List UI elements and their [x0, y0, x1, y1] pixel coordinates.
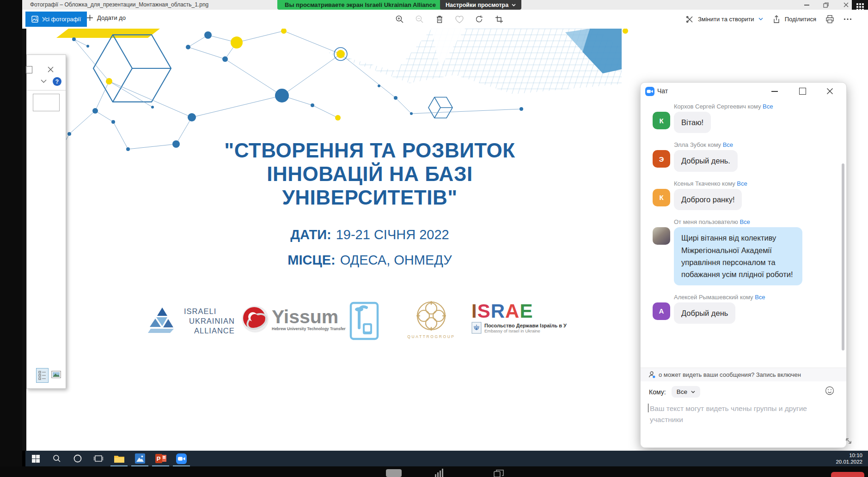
user-photo-avatar [653, 227, 670, 245]
screen-share-banner: Вы просматриваете экран Israeli Ukrainia… [277, 0, 443, 10]
zoom-icon [176, 453, 187, 464]
thumbnail-view-icon [51, 371, 61, 378]
start-button[interactable] [25, 451, 46, 466]
message-to-link[interactable]: Все [755, 294, 765, 301]
message-bubble: Добрый день [674, 302, 735, 324]
photos-app-button[interactable] [129, 451, 150, 466]
message-author: Ксенья Ткаченко [674, 180, 720, 187]
message-author: Элла Зубок [674, 141, 706, 148]
edit-create-button[interactable]: Змінити та створити [685, 15, 763, 24]
minimize-button[interactable] [799, 0, 814, 10]
more-button[interactable] [844, 18, 852, 20]
iua-triangle-icon [147, 307, 177, 334]
view-settings-button[interactable]: Настройки просмотра [440, 0, 521, 10]
message-input[interactable]: Ваш текст могут видеть члены группы и др… [649, 403, 813, 425]
task-view-icon [94, 455, 103, 462]
desktop-left-edge [0, 0, 22, 466]
share-button[interactable]: Поділитися [772, 15, 816, 24]
zoom-chat-window: Чат Корхов Сергей Сергеевич кому Все К В… [640, 82, 847, 448]
logo-israel-embassy: ISRAE Посольство Держави Ізраїль в У Emb… [471, 302, 567, 334]
background-dialog-panel: ? [26, 54, 66, 389]
logo-israeli-ukrainian-alliance: ISRAELI UKRAINIAN ALLIANCE [147, 307, 235, 336]
chat-header: Чат [641, 83, 846, 100]
search-icon [53, 454, 61, 463]
clock-date: 20.01.2022 [836, 459, 862, 465]
recipient-row: Кому: Все [649, 386, 700, 398]
yissum-icon [240, 304, 270, 334]
message-bubble: Доброго ранку! [674, 189, 742, 210]
zoom-in-button[interactable] [390, 11, 410, 28]
avatar: Э [653, 150, 670, 168]
iua-line1: ISRAELI [184, 307, 235, 316]
dialog-close-button[interactable] [47, 66, 54, 73]
dialog-chevron-down-icon[interactable] [41, 79, 47, 83]
photos-app-icon [135, 453, 145, 464]
who-can-see-icon [648, 371, 656, 379]
more-icon [844, 18, 852, 20]
chat-scrollbar[interactable] [842, 163, 844, 350]
task-view-button[interactable] [88, 451, 109, 466]
slide-place: МІСЦЕ:ОДЕСА, ОНМЕДУ [222, 253, 518, 268]
powerpoint-icon: P [155, 454, 162, 463]
taskbar-clock[interactable]: 10:10 20.01.2022 [836, 452, 862, 465]
chat-minimize-button[interactable] [771, 91, 778, 92]
message-bubble: Щирі вітання від колективу Міжрегіональн… [674, 227, 802, 285]
rotate-button[interactable] [469, 11, 489, 28]
chevron-down-icon [512, 4, 516, 6]
zoom-in-icon [395, 15, 404, 24]
partial-icon [386, 469, 402, 477]
message-author: От меня [674, 218, 697, 225]
chat-maximize-button[interactable] [799, 88, 806, 95]
chat-message: От меня пользователю Все Щирі вітання ві… [653, 218, 847, 285]
bottom-overlay-strip [0, 466, 868, 477]
message-to-link[interactable]: Все [763, 103, 773, 110]
partial-windows-icon [494, 470, 504, 477]
crop-button[interactable] [489, 11, 509, 28]
chevron-down-icon [691, 391, 695, 393]
close-button[interactable] [838, 0, 854, 10]
favorite-button[interactable] [449, 11, 469, 28]
list-view-button[interactable] [36, 368, 49, 383]
zoom-app-icon [645, 87, 654, 96]
dialog-help-button[interactable]: ? [53, 77, 61, 86]
recipient-dropdown[interactable]: Все [672, 386, 700, 398]
windows-logo-icon [32, 455, 40, 463]
zoom-out-button[interactable] [410, 11, 429, 28]
file-explorer-icon [114, 454, 125, 463]
message-bubble: Вітаю! [674, 112, 711, 133]
delete-button[interactable] [429, 11, 449, 28]
message-to-link[interactable]: Все [723, 141, 733, 148]
embassy-line2: Embassy of Israel in Ukraine [484, 328, 567, 333]
powerpoint-button[interactable]: P [150, 451, 171, 466]
iua-line3: ALLIANCE [184, 326, 235, 336]
message-author: Алексей Рымашевский [674, 294, 738, 301]
chat-close-button[interactable] [826, 88, 833, 95]
search-button[interactable] [46, 451, 67, 466]
print-button[interactable] [825, 15, 834, 24]
trash-icon [435, 15, 444, 24]
message-to-link[interactable]: Все [737, 180, 747, 187]
cortana-button[interactable] [67, 451, 88, 466]
israel-wordmark: ISRAE [471, 302, 567, 320]
chat-message-list: Корхов Сергей Сергеевич кому Все К Вітаю… [641, 103, 847, 324]
logo-onmedu [349, 301, 379, 341]
photos-toolbar: Усі фотографії Додати до Змінити та ство… [22, 10, 868, 29]
dialog-input[interactable] [33, 94, 60, 111]
message-to-link[interactable]: Все [740, 218, 750, 225]
avatar: А [653, 302, 670, 320]
partial-stop-share-button[interactable] [831, 472, 864, 477]
window-titlebar: Фотографії – Обложка_для_презентации_Мон… [22, 0, 852, 10]
emoji-button[interactable] [825, 386, 834, 395]
thumbnail-view-button[interactable] [51, 371, 61, 378]
avatar: К [653, 189, 670, 206]
file-explorer-button[interactable] [109, 451, 129, 466]
slide-dates: ДАТИ:19-21 СІЧНЯ 2022 [222, 227, 518, 242]
chat-message: Элла Зубок кому Все Э Добрый день. [653, 141, 847, 171]
zoom-button[interactable] [171, 451, 192, 466]
all-photos-button[interactable]: Усі фотографії [25, 12, 87, 27]
restore-button[interactable] [818, 0, 834, 10]
add-to-button[interactable]: Додати до [86, 14, 126, 21]
taskbar: P [25, 451, 868, 466]
resize-handle[interactable] [845, 437, 852, 445]
view-settings-label: Настройки просмотра [446, 2, 508, 8]
